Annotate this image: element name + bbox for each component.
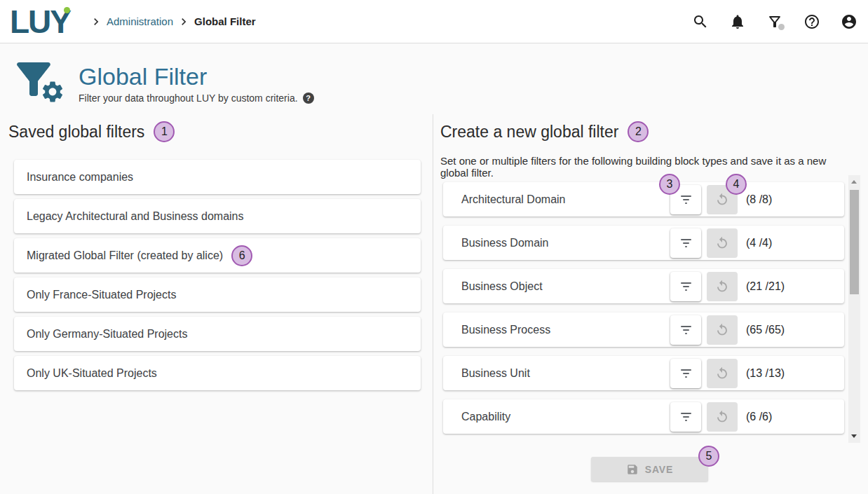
saved-filters-heading-label: Saved global filters xyxy=(8,123,144,142)
save-button-label: SAVE xyxy=(645,464,673,475)
undo-icon xyxy=(714,409,730,425)
subtitle-help-icon[interactable]: ? xyxy=(303,92,314,104)
breadcrumb: Administration Global Filter xyxy=(86,15,256,29)
create-filter-heading: Create a new global filter 2 xyxy=(440,121,649,142)
saved-filter-label: Legacy Architectural and Business domain… xyxy=(27,210,244,223)
building-block-row: Capability (6 /6) xyxy=(443,399,844,434)
page-header: Global Filter Filter your data throughou… xyxy=(8,55,314,106)
filter-lines-icon xyxy=(681,282,691,284)
row-filter-button[interactable] xyxy=(670,359,701,388)
undo-icon xyxy=(714,366,730,381)
building-block-label: Business Unit xyxy=(461,367,670,380)
filter-lines-icon xyxy=(681,239,691,240)
callout-3: 3 xyxy=(659,174,680,195)
saved-filter-label: Insurance companies xyxy=(27,171,133,184)
filter-lines-icon xyxy=(681,413,691,414)
row-filter-button[interactable] xyxy=(670,272,701,301)
building-block-row: Business Domain (4 /4) xyxy=(443,226,844,260)
row-reset-button[interactable] xyxy=(707,359,738,388)
row-reset-button[interactable] xyxy=(707,272,738,301)
page-subtitle: Filter your data throughout LUY by custo… xyxy=(79,92,298,104)
create-filter-heading-label: Create a new global filter xyxy=(440,123,618,142)
filter-lines-icon xyxy=(681,195,691,197)
building-block-label: Business Domain xyxy=(461,237,670,249)
building-block-list: Architectural Domain (8 /8) Business Dom… xyxy=(443,182,844,443)
global-filter-gear-icon xyxy=(8,55,69,106)
undo-icon xyxy=(714,322,730,338)
building-block-label: Business Process xyxy=(461,324,670,336)
saved-filter-item[interactable]: Only UK-Situated Projects xyxy=(14,356,421,390)
create-filter-description: Set one or multiple filters for the foll… xyxy=(440,155,854,179)
callout-2: 2 xyxy=(628,121,649,142)
top-bar: LUY Administration Global Filter xyxy=(0,0,868,43)
row-filter-button[interactable] xyxy=(670,228,701,258)
building-block-label: Capability xyxy=(461,411,670,423)
panel-divider xyxy=(433,114,433,494)
row-count: (8 /8) xyxy=(746,193,844,206)
building-block-row: Architectural Domain (8 /8) xyxy=(443,182,844,217)
undo-icon xyxy=(714,192,730,207)
chevron-right-icon xyxy=(177,15,191,29)
saved-filter-item[interactable]: Only France-Situated Projects xyxy=(14,277,421,312)
scrollbar-up-arrow-icon[interactable] xyxy=(851,180,857,184)
callout-6: 6 xyxy=(231,245,252,266)
callout-1: 1 xyxy=(154,121,175,142)
save-floppy-icon xyxy=(626,463,639,476)
saved-filter-label: Only France-Situated Projects xyxy=(27,289,176,301)
saved-filters-heading: Saved global filters 1 xyxy=(8,121,175,142)
notifications-bell-icon[interactable] xyxy=(729,13,746,30)
help-icon[interactable] xyxy=(803,13,820,30)
row-count: (21 /21) xyxy=(746,280,844,293)
scrollbar-down-arrow-icon[interactable] xyxy=(851,434,857,438)
building-block-row: Business Unit (13 /13) xyxy=(443,356,844,390)
luy-logo-text: LUY xyxy=(10,4,70,40)
breadcrumb-administration[interactable]: Administration xyxy=(107,15,173,27)
row-filter-button[interactable] xyxy=(670,402,701,432)
saved-filter-label: Migrated Global Filter (created by alice… xyxy=(27,249,223,262)
row-filter-button[interactable] xyxy=(670,315,701,345)
luy-logo-green-dot xyxy=(64,7,70,13)
building-block-row: Business Process (65 /65) xyxy=(443,313,844,347)
breadcrumb-global-filter: Global Filter xyxy=(194,15,256,27)
filter-lines-icon xyxy=(681,369,691,371)
callout-5: 5 xyxy=(698,446,719,467)
callout-4: 4 xyxy=(726,174,747,195)
saved-filter-label: Only UK-Situated Projects xyxy=(27,367,157,380)
row-count: (4 /4) xyxy=(746,237,844,249)
undo-icon xyxy=(714,279,730,294)
saved-filters-list: Insurance companies Legacy Architectural… xyxy=(14,160,421,395)
topbar-actions xyxy=(692,13,857,30)
global-filter-funnel-icon[interactable] xyxy=(766,13,783,30)
building-block-row: Business Object (21 /21) xyxy=(443,269,844,303)
luy-logo[interactable]: LUY xyxy=(10,6,70,38)
saved-filter-label: Only Germany-Situated Projects xyxy=(27,328,187,341)
filter-lines-icon xyxy=(681,326,691,327)
scrollbar-track[interactable] xyxy=(848,175,860,443)
gear-icon xyxy=(40,79,65,104)
save-button[interactable]: SAVE xyxy=(591,457,708,481)
row-reset-button[interactable] xyxy=(707,315,738,345)
building-block-label: Architectural Domain xyxy=(461,193,670,206)
search-icon[interactable] xyxy=(692,13,709,30)
saved-filter-item[interactable]: Only Germany-Situated Projects xyxy=(14,317,421,351)
saved-filter-item[interactable]: Legacy Architectural and Business domain… xyxy=(14,199,421,233)
building-block-label: Business Object xyxy=(461,280,670,293)
row-count: (13 /13) xyxy=(746,367,844,380)
page-header-text: Global Filter Filter your data throughou… xyxy=(79,55,314,106)
account-icon[interactable] xyxy=(841,13,857,30)
undo-icon xyxy=(714,235,730,251)
page-title: Global Filter xyxy=(79,64,314,90)
filter-status-dot xyxy=(778,24,785,30)
row-reset-button[interactable] xyxy=(707,402,738,432)
saved-filter-item[interactable]: Migrated Global Filter (created by alice… xyxy=(14,238,421,273)
row-reset-button[interactable] xyxy=(707,228,738,258)
chevron-right-icon xyxy=(89,15,103,29)
row-count: (65 /65) xyxy=(746,324,844,336)
saved-filter-item[interactable]: Insurance companies xyxy=(14,160,421,194)
row-count: (6 /6) xyxy=(746,411,844,423)
scrollbar-thumb[interactable] xyxy=(850,190,859,294)
